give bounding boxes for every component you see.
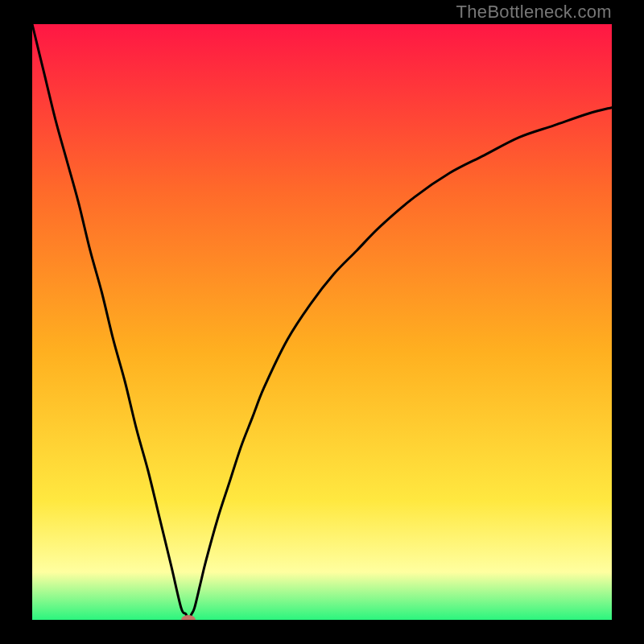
minimum-marker [181,615,196,620]
watermark-text: TheBottleneck.com [456,2,612,23]
bottleneck-curve [32,24,612,620]
chart-frame: TheBottleneck.com [0,0,644,644]
plot-area [32,24,612,620]
